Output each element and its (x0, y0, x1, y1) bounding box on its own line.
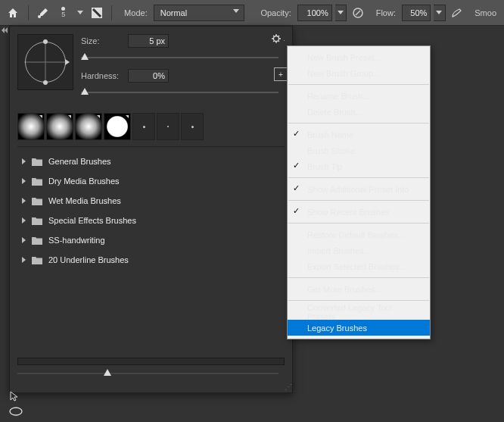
arrow-right-icon (22, 178, 26, 184)
brush-folder-list: General Brushes Dry Media Brushes Wet Me… (10, 147, 292, 365)
menu-brush-tip[interactable]: ✓Brush Tip (288, 158, 430, 174)
menu-converted-legacy[interactable]: Converted Legacy Tool Presets (288, 304, 430, 320)
home-icon[interactable] (5, 4, 22, 22)
gear-icon[interactable]: . (269, 31, 288, 46)
size-input[interactable]: 5 px (128, 34, 169, 48)
menu-delete-brush: Delete Brush... (288, 104, 430, 120)
flow-label: Flow: (376, 8, 396, 17)
svg-point-14 (10, 408, 22, 415)
flow-dropdown[interactable] (434, 5, 445, 21)
folder-icon (32, 197, 42, 205)
cursor-icon[interactable] (9, 390, 23, 402)
menu-brush-stroke[interactable]: Brush Stroke (288, 142, 430, 158)
menu-get-more-brushes[interactable]: Get More Brushes... (288, 281, 430, 297)
arrow-right-icon (22, 158, 26, 164)
svg-line-11 (278, 41, 279, 42)
arrow-right-icon (22, 198, 26, 204)
mode-label: Mode: (124, 8, 148, 17)
brush-folder[interactable]: General Brushes (13, 152, 289, 171)
brush-folder[interactable]: SS-handwriting (13, 230, 289, 250)
brush-swatch[interactable] (181, 113, 204, 140)
menu-new-brush-group[interactable]: New Brush Group... (288, 65, 430, 81)
brush-folder[interactable]: Wet Media Brushes (13, 191, 289, 211)
menu-show-additional-info[interactable]: ✓Show Additional Preset Info (288, 181, 430, 197)
brush-size-num: 5 (61, 11, 65, 18)
menu-new-brush-preset[interactable]: New Brush Preset... (288, 49, 430, 65)
folder-icon (32, 177, 42, 186)
menu-rename-brush: Rename Brush... (288, 88, 430, 104)
chevron-down-icon (233, 9, 239, 13)
thumbnail-size-slider[interactable] (17, 368, 285, 379)
opacity-dropdown[interactable] (335, 5, 347, 21)
svg-line-10 (273, 36, 274, 36)
brush-preset-panel: Size: 5 px Hardness: 0% . + G (9, 26, 293, 393)
chevron-down-icon[interactable] (75, 4, 85, 22)
brush-size-swatch[interactable]: 5 (54, 4, 72, 22)
check-icon: ✓ (293, 206, 300, 216)
svg-line-12 (273, 41, 274, 42)
folder-label: Dry Media Brushes (48, 177, 120, 186)
smoothing-label: Smoo (474, 8, 496, 17)
folder-icon (32, 236, 42, 245)
create-preset-icon[interactable]: + (274, 67, 288, 81)
svg-point-5 (274, 36, 279, 42)
horizontal-scrollbar[interactable] (17, 358, 285, 365)
folder-icon (32, 256, 42, 264)
pressure-opacity-icon[interactable] (350, 4, 367, 22)
brush-swatch[interactable] (46, 113, 73, 140)
mode-select[interactable]: Normal (154, 5, 244, 21)
brush-folder[interactable]: Special Effects Brushes (13, 211, 289, 230)
menu-show-recent-brushes[interactable]: ✓Show Recent Brushes (288, 204, 430, 220)
svg-point-0 (38, 15, 41, 18)
opacity-label: Opacity: (260, 8, 291, 17)
svg-line-13 (278, 36, 279, 36)
menu-brush-name[interactable]: ✓Brush Name (288, 127, 430, 142)
recent-brushes-row (10, 108, 292, 145)
arrow-right-icon (22, 217, 26, 224)
opacity-input[interactable]: 100% (297, 5, 332, 21)
brush-angle-preview[interactable] (17, 34, 73, 90)
panel-collapse-icon[interactable] (2, 27, 8, 35)
folder-label: 20 Underline Brushes (48, 255, 129, 264)
options-bar: 5 Mode: Normal Opacity: 100% Flow: 50% S… (0, 0, 504, 26)
menu-legacy-brushes[interactable]: Legacy Brushes (288, 320, 430, 336)
folder-icon (32, 217, 42, 225)
hardness-input[interactable]: 0% (128, 69, 169, 83)
check-icon: ✓ (293, 129, 300, 139)
check-icon: ✓ (293, 161, 300, 170)
brush-flyout-menu: New Brush Preset... New Brush Group... R… (287, 45, 431, 339)
folder-label: SS-handwriting (48, 236, 105, 245)
flow-input[interactable]: 50% (402, 5, 431, 21)
brush-tool-icon[interactable] (35, 4, 52, 22)
size-slider[interactable] (81, 52, 285, 63)
menu-import-brushes[interactable]: Import Brushes... (288, 242, 430, 258)
ellipse-icon[interactable] (9, 407, 23, 416)
arrow-right-icon (22, 257, 26, 263)
brush-folder[interactable]: 20 Underline Brushes (13, 250, 289, 270)
brush-swatch[interactable] (104, 113, 131, 140)
folder-label: Special Effects Brushes (48, 216, 136, 225)
menu-export-brushes: Export Selected Brushes... (288, 258, 430, 274)
check-icon: ✓ (293, 183, 300, 193)
airbrush-icon[interactable] (449, 4, 466, 22)
brush-swatch[interactable] (75, 113, 102, 140)
folder-label: General Brushes (48, 157, 111, 166)
hardness-slider[interactable] (81, 87, 285, 98)
brush-swatch[interactable] (132, 113, 155, 140)
folder-label: Wet Media Brushes (48, 196, 121, 205)
hardness-label: Hardness: (81, 71, 120, 80)
menu-restore-default[interactable]: Restore Default Brushes... (288, 227, 430, 242)
brush-panel-toggle-icon[interactable] (88, 4, 105, 22)
folder-icon (32, 158, 42, 166)
arrow-right-icon (22, 237, 26, 243)
brush-swatch[interactable] (157, 113, 179, 140)
resize-grip-icon[interactable]: ⋰ (285, 383, 291, 391)
brush-swatch[interactable] (17, 113, 45, 140)
size-label: Size: (81, 36, 120, 45)
brush-folder[interactable]: Dry Media Brushes (13, 171, 289, 191)
mode-value: Normal (160, 8, 187, 17)
